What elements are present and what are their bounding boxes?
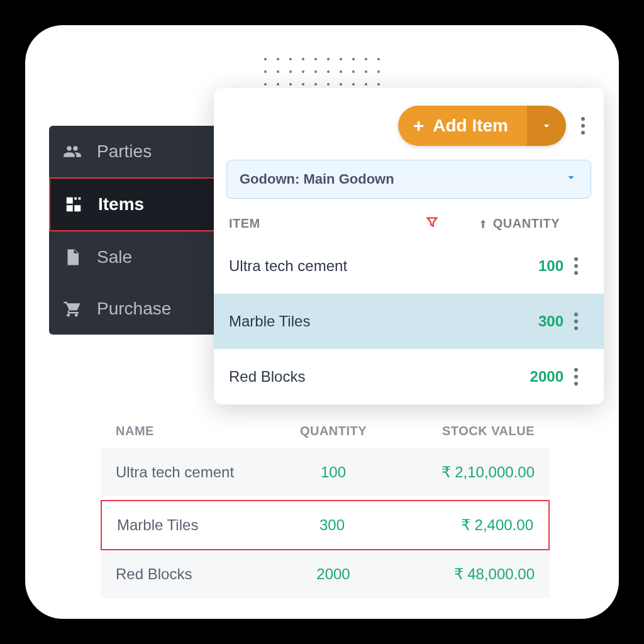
item-qty: 100 (494, 257, 564, 275)
people-icon (62, 141, 83, 162)
stock-value: ₹ 48,000.00 (390, 565, 535, 583)
stock-value: ₹ 2,10,000.00 (390, 464, 535, 481)
stock-value: ₹ 2,400.00 (389, 516, 533, 534)
app-card: Parties Items Sale Purchase + (25, 25, 619, 619)
sidebar-item-label: Parties (97, 142, 152, 162)
stock-qty: 100 (277, 464, 390, 481)
panel-more-menu[interactable] (577, 113, 589, 138)
stock-table: NAME QUANTITY STOCK VALUE Ultra tech cem… (101, 418, 550, 602)
column-quantity[interactable]: QUANTITY (477, 216, 560, 231)
table-row[interactable]: Ultra tech cement 100 ₹ 2,10,000.00 (101, 448, 550, 500)
row-more-menu[interactable] (564, 364, 589, 389)
list-row[interactable]: Marble Tiles 300 (214, 294, 604, 349)
sort-ascending-icon (477, 218, 489, 230)
stock-qty: 2000 (277, 565, 390, 583)
stock-name: Ultra tech cement (116, 464, 277, 481)
item-qty: 2000 (494, 368, 564, 386)
column-name[interactable]: NAME (116, 424, 277, 438)
stock-table-header: NAME QUANTITY STOCK VALUE (101, 418, 550, 448)
add-item-button[interactable]: + Add Item (398, 106, 566, 146)
list-row[interactable]: Ultra tech cement 100 (214, 238, 604, 294)
items-panel: + Add Item Godown: Main Godown ITEM (214, 88, 604, 404)
godown-label: Godown: Main Godown (240, 171, 394, 187)
stock-name: Red Blocks (116, 565, 277, 583)
add-item-label: Add Item (433, 116, 508, 136)
chevron-down-icon (540, 119, 553, 133)
stock-name: Marble Tiles (117, 516, 275, 534)
sidebar-item-label: Sale (97, 247, 132, 267)
boxes-icon (63, 194, 84, 215)
item-qty: 300 (494, 313, 564, 330)
sidebar-item-label: Purchase (97, 299, 171, 319)
item-name: Marble Tiles (229, 313, 494, 330)
column-item[interactable]: ITEM (229, 216, 425, 231)
list-row[interactable]: Red Blocks 2000 (214, 349, 604, 404)
row-more-menu[interactable] (564, 309, 589, 334)
add-item-dropdown[interactable] (527, 106, 566, 146)
stock-qty: 300 (275, 516, 389, 534)
plus-icon: + (413, 116, 425, 135)
cart-icon (62, 298, 83, 319)
chevron-down-icon (564, 170, 578, 188)
filter-icon[interactable] (425, 215, 439, 232)
sidebar-item-label: Items (98, 194, 144, 214)
panel-toolbar: + Add Item (214, 98, 604, 160)
item-name: Red Blocks (229, 368, 494, 386)
item-name: Ultra tech cement (229, 257, 494, 275)
row-more-menu[interactable] (564, 253, 589, 279)
godown-select[interactable]: Godown: Main Godown (226, 160, 591, 199)
column-quantity[interactable]: QUANTITY (277, 424, 390, 438)
table-row[interactable]: Marble Tiles 300 ₹ 2,400.00 (101, 500, 550, 550)
column-stock-value[interactable]: STOCK VALUE (390, 424, 535, 438)
items-list-header: ITEM QUANTITY (214, 206, 604, 238)
invoice-icon (62, 247, 83, 268)
table-row[interactable]: Red Blocks 2000 ₹ 48,000.00 (101, 550, 550, 602)
